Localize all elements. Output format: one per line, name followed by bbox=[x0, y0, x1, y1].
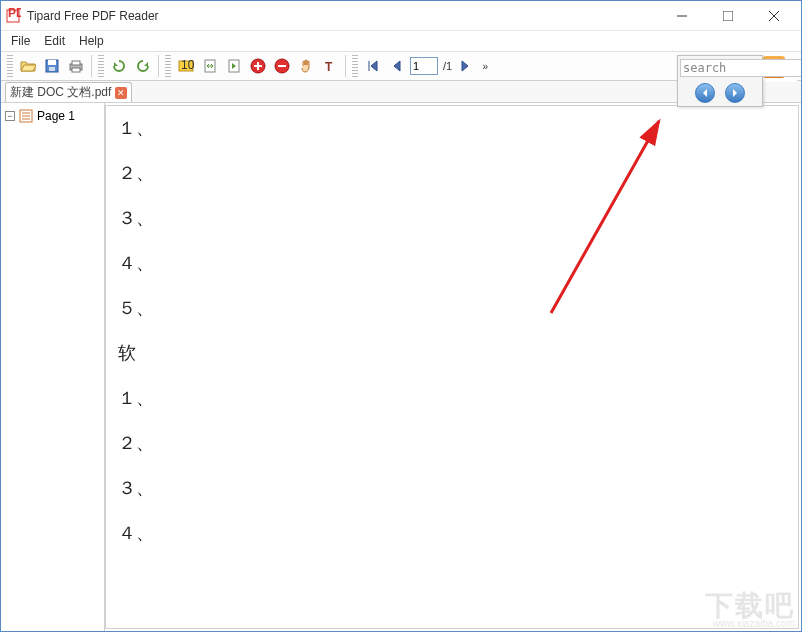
document-line: ３、 bbox=[106, 466, 798, 511]
minimize-button[interactable] bbox=[659, 2, 705, 30]
document-line: ２、 bbox=[106, 151, 798, 196]
svg-rect-8 bbox=[49, 67, 55, 71]
separator bbox=[345, 55, 346, 77]
svg-text:PDF: PDF bbox=[8, 8, 21, 20]
document-tab[interactable]: 新建 DOC 文档.pdf ✕ bbox=[5, 82, 132, 102]
titlebar: PDF Tipard Free PDF Reader bbox=[1, 1, 801, 31]
maximize-button[interactable] bbox=[705, 2, 751, 30]
document-pane: １、２、３、４、５、软１、２、３、４、 bbox=[105, 105, 799, 629]
svg-text:100: 100 bbox=[181, 58, 194, 72]
toolbar-grip[interactable] bbox=[98, 55, 104, 77]
workspace: − Page 1 １、２、３、４、５、软１、２、３、４、 bbox=[1, 103, 801, 631]
document-line: １、 bbox=[106, 106, 798, 151]
tab-close-button[interactable]: ✕ bbox=[115, 87, 127, 99]
separator bbox=[158, 55, 159, 77]
svg-rect-7 bbox=[48, 60, 56, 65]
search-next-button[interactable] bbox=[725, 83, 745, 103]
window-title: Tipard Free PDF Reader bbox=[27, 9, 659, 23]
search-prev-button[interactable] bbox=[695, 83, 715, 103]
menu-help[interactable]: Help bbox=[73, 32, 110, 50]
search-input[interactable] bbox=[680, 59, 802, 77]
zoom-out-button[interactable] bbox=[271, 55, 293, 77]
svg-rect-11 bbox=[72, 68, 80, 72]
svg-text:T: T bbox=[325, 60, 333, 74]
menu-file[interactable]: File bbox=[5, 32, 36, 50]
search-panel: » bbox=[677, 55, 763, 107]
next-page-button[interactable] bbox=[454, 55, 476, 77]
app-icon: PDF bbox=[5, 8, 21, 24]
sidebar-page-item[interactable]: − Page 1 bbox=[3, 107, 102, 125]
tree-collapse-icon[interactable]: − bbox=[5, 111, 15, 121]
document-line: １、 bbox=[106, 376, 798, 421]
print-button[interactable] bbox=[65, 55, 87, 77]
document-line: ４、 bbox=[106, 241, 798, 286]
first-page-button[interactable] bbox=[362, 55, 384, 77]
separator bbox=[91, 55, 92, 77]
page-count-label: /1 bbox=[443, 60, 452, 72]
sidebar-page-label: Page 1 bbox=[37, 109, 75, 123]
toolbar-overflow-icon[interactable]: » bbox=[478, 55, 492, 77]
prev-page-button[interactable] bbox=[386, 55, 408, 77]
document-scroll-area[interactable]: １、２、３、４、５、软１、２、３、４、 bbox=[106, 106, 798, 628]
toolbar-grip[interactable] bbox=[352, 55, 358, 77]
toolbar-grip[interactable] bbox=[165, 55, 171, 77]
hand-tool-button[interactable] bbox=[295, 55, 317, 77]
document-line: ４、 bbox=[106, 511, 798, 556]
document-content: １、２、３、４、５、软１、２、３、４、 bbox=[106, 106, 798, 556]
document-line: ５、 bbox=[106, 286, 798, 331]
document-tab-label: 新建 DOC 文档.pdf bbox=[10, 84, 111, 101]
window-controls bbox=[659, 2, 797, 30]
page-number-input[interactable] bbox=[410, 57, 438, 75]
text-select-button[interactable]: T bbox=[319, 55, 341, 77]
document-line: ２、 bbox=[106, 421, 798, 466]
zoom-100-button[interactable]: 100 bbox=[175, 55, 197, 77]
fit-page-button[interactable] bbox=[223, 55, 245, 77]
fit-width-button[interactable] bbox=[199, 55, 221, 77]
menubar: File Edit Help bbox=[1, 31, 801, 51]
page-thumb-icon bbox=[19, 109, 33, 123]
svg-rect-3 bbox=[723, 11, 733, 21]
toolbar-grip[interactable] bbox=[7, 55, 13, 77]
open-button[interactable] bbox=[17, 55, 39, 77]
menu-edit[interactable]: Edit bbox=[38, 32, 71, 50]
close-button[interactable] bbox=[751, 2, 797, 30]
document-line: ３、 bbox=[106, 196, 798, 241]
thumbnails-sidebar: − Page 1 bbox=[1, 103, 105, 631]
document-line: 软 bbox=[106, 331, 798, 376]
rotate-right-button[interactable] bbox=[132, 55, 154, 77]
save-button[interactable] bbox=[41, 55, 63, 77]
svg-rect-10 bbox=[72, 61, 80, 65]
zoom-in-button[interactable] bbox=[247, 55, 269, 77]
rotate-left-button[interactable] bbox=[108, 55, 130, 77]
